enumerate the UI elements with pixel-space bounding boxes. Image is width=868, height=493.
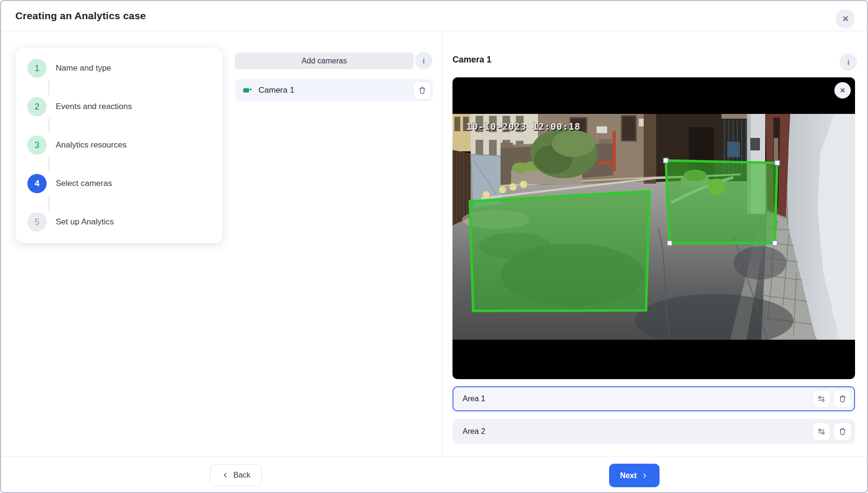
area-name: Area 1 bbox=[463, 394, 809, 403]
area-2-handle-top-left[interactable] bbox=[663, 158, 668, 163]
delete-camera-button[interactable] bbox=[413, 81, 431, 99]
area-2-handle-bottom-right[interactable] bbox=[772, 241, 777, 246]
footer-divider bbox=[1, 456, 867, 457]
step-number-badge: 5 bbox=[27, 212, 47, 232]
step-label: Analytics resources bbox=[56, 140, 126, 150]
stepper: 1 Name and type 2 Events and reactions 3… bbox=[15, 48, 223, 243]
area-settings-button[interactable] bbox=[812, 390, 831, 408]
detection-area-1-polygon[interactable] bbox=[470, 191, 649, 311]
close-icon[interactable]: ✕ bbox=[836, 9, 855, 28]
camera-name: Camera 1 bbox=[258, 86, 413, 95]
area-row-1[interactable]: Area 1 bbox=[452, 386, 855, 411]
add-cameras-button[interactable]: Add cameras bbox=[235, 52, 414, 69]
area-settings-button[interactable] bbox=[812, 422, 831, 441]
chevron-right-icon bbox=[641, 472, 648, 480]
camera-preview-frame: 10-10-2023 12:00:18 ✕ bbox=[452, 77, 855, 379]
scene-graphic bbox=[452, 114, 855, 340]
video-timestamp: 10-10-2023 12:00:18 bbox=[466, 121, 580, 132]
step-analytics-resources[interactable]: 3 Analytics resources bbox=[27, 136, 211, 155]
info-icon[interactable]: i bbox=[840, 53, 857, 71]
delete-area-button[interactable] bbox=[833, 422, 852, 441]
preview-camera-title: Camera 1 bbox=[452, 55, 491, 65]
trash-icon bbox=[838, 427, 847, 436]
sliders-icon bbox=[817, 427, 826, 436]
back-button[interactable]: Back bbox=[210, 464, 262, 486]
camera-snapshot-image bbox=[452, 114, 855, 340]
chevron-left-icon bbox=[221, 471, 229, 479]
step-number-badge: 4 bbox=[27, 174, 47, 193]
close-icon[interactable]: ✕ bbox=[834, 82, 851, 99]
sliders-icon bbox=[817, 394, 826, 404]
step-label: Events and reactions bbox=[56, 102, 132, 111]
area-row-2[interactable]: Area 2 bbox=[452, 419, 855, 444]
step-number-badge: 2 bbox=[27, 97, 47, 116]
back-button-label: Back bbox=[233, 471, 251, 480]
modal-title: Creating an Analytics case bbox=[15, 10, 146, 22]
camera-list-item[interactable]: Camera 1 bbox=[235, 79, 433, 101]
trash-icon bbox=[838, 394, 847, 404]
modal-header: Creating an Analytics case bbox=[1, 1, 867, 31]
analytics-case-modal: Creating an Analytics case ✕ 1 Name and … bbox=[0, 0, 868, 493]
area-name: Area 2 bbox=[463, 427, 809, 436]
area-2-handle-top-right[interactable] bbox=[775, 160, 780, 165]
info-icon[interactable]: i bbox=[415, 52, 432, 69]
next-button-label: Next bbox=[620, 471, 637, 480]
step-name-and-type[interactable]: 1 Name and type bbox=[27, 59, 211, 78]
step-events-and-reactions[interactable]: 2 Events and reactions bbox=[27, 97, 211, 116]
delete-area-button[interactable] bbox=[833, 390, 852, 408]
detection-area-2-polygon[interactable] bbox=[666, 160, 777, 243]
area-2-handle-bottom-left[interactable] bbox=[667, 241, 672, 246]
step-label: Name and type bbox=[56, 63, 111, 73]
next-button[interactable]: Next bbox=[609, 464, 660, 487]
panel-divider bbox=[442, 31, 442, 456]
step-set-up-analytics[interactable]: 5 Set up Analytics bbox=[27, 212, 211, 232]
video-camera-icon bbox=[242, 85, 253, 96]
step-label: Set up Analytics bbox=[56, 217, 114, 227]
trash-icon bbox=[417, 86, 427, 95]
step-number-badge: 3 bbox=[27, 136, 47, 155]
step-select-cameras[interactable]: 4 Select cameras bbox=[27, 174, 211, 193]
step-number-badge: 1 bbox=[27, 59, 47, 78]
step-label: Select cameras bbox=[56, 179, 112, 188]
